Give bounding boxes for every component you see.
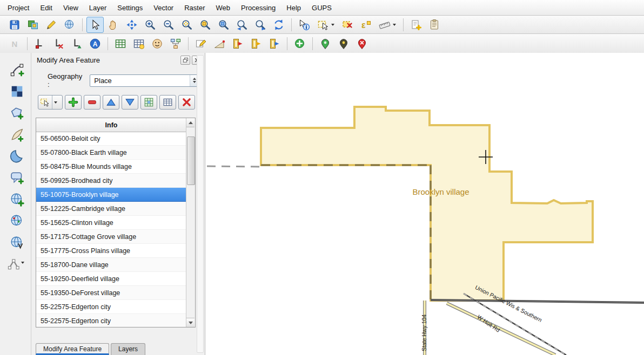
pb-close-button[interactable] [178,95,195,110]
scroll-up-button[interactable] [186,118,194,127]
identify-button[interactable] [296,17,313,33]
pb-up-button[interactable] [103,95,119,110]
deselect-icon [341,19,353,31]
list-item[interactable]: 55-07800-Black Earth village [36,146,186,160]
crescent-button[interactable] [4,145,27,165]
menu-project[interactable]: Project [2,1,35,15]
menu-help[interactable]: Help [281,1,306,15]
show-bookmarks-button[interactable] [426,17,443,33]
menu-web[interactable]: Web [211,1,236,15]
vertex-tool-icon [7,257,19,269]
relationship-tree-button[interactable] [167,36,184,52]
table-new-button[interactable] [112,36,129,52]
vertex-wedge-button[interactable] [211,36,228,52]
panel-scrollbar[interactable] [197,55,204,353]
list-item[interactable]: 55-18700-Dane village [36,258,186,272]
list-item[interactable]: 55-12225-Cambridge village [36,202,186,216]
zoom-full-button[interactable] [178,17,196,33]
annotation-move-button[interactable] [68,36,85,52]
polygon-add-button[interactable] [4,101,27,122]
new-bookmark-button[interactable] [407,17,425,33]
list-item[interactable]: 55-22575-Edgerton city [36,300,186,314]
deselect-button[interactable] [339,17,356,33]
menu-vector[interactable]: Vector [148,1,179,15]
globe-add-button[interactable] [4,188,27,208]
scroll-down-button[interactable] [186,318,194,327]
geography-select[interactable]: Place [90,74,199,87]
pb-select-button[interactable] [38,95,63,110]
cursor-arrow-button[interactable] [86,17,104,33]
zoom-out-button[interactable] [160,17,177,33]
zoom-last-button[interactable] [233,17,251,33]
gups-layers-button[interactable] [24,17,42,33]
menu-view[interactable]: View [58,1,84,15]
pb-down-button[interactable] [122,95,138,110]
save-button[interactable] [6,17,23,33]
modify-linear-button[interactable] [4,58,27,79]
callout-add-button[interactable] [4,166,27,187]
menu-gups[interactable]: GUPS [306,1,337,15]
map-canvas[interactable]: Brooklyn village State Hwy 104 W Holt Rd… [205,53,644,355]
vertex-tool-button[interactable] [4,252,28,273]
menu-raster[interactable]: Raster [179,1,210,15]
import-door-red-button[interactable] [229,36,246,52]
list-item-selected[interactable]: 55-10075-Brooklyn village [36,188,186,202]
tab-layers[interactable]: Layers [111,343,145,355]
tab-modify-area-feature[interactable]: Modify Area Feature [36,343,109,355]
scroll-thumb[interactable] [187,136,195,185]
review-face-button[interactable] [149,36,166,52]
checkerboard-button[interactable] [4,80,27,100]
pb-table-button[interactable] [159,95,176,110]
import-door-blue-button[interactable] [266,36,283,52]
feather-add-button[interactable] [4,123,27,144]
list-item[interactable]: 55-19250-Deerfield village [36,272,186,286]
marker-dark-button[interactable] [335,36,352,52]
list-item[interactable]: 55-06500-Beloit city [36,132,186,146]
pb-add-button[interactable] [65,95,82,110]
pb-grid-button[interactable] [140,95,157,110]
toolbar-navigation: ε [0,16,644,34]
web-globe-button[interactable] [61,17,78,33]
table-open-button[interactable] [130,36,147,52]
zoom-to-selection-button[interactable] [197,17,214,33]
import-door-yellow-button[interactable] [247,36,265,52]
select-features-button[interactable] [314,17,338,33]
annotation-dot-button[interactable] [31,36,49,52]
vertex-tool-dropdown-arrow-icon[interactable] [21,262,24,264]
zoom-to-layer-button[interactable] [215,17,232,33]
list-item[interactable]: 55-19350-DeForest village [36,286,186,300]
menu-processing[interactable]: Processing [236,1,281,15]
zoom-next-button[interactable] [252,17,269,33]
add-point-green-button[interactable] [291,36,308,52]
menu-layer[interactable]: Layer [84,1,112,15]
select-features-dropdown-arrow-icon[interactable] [331,24,334,26]
list-item[interactable]: 55-22575-Edgerton city [36,314,186,327]
measure-dropdown-arrow-icon[interactable] [393,24,396,26]
toggle-editing-button[interactable] [192,36,210,52]
panel-float-button[interactable] [180,56,190,65]
list-item[interactable]: 55-08475-Blue Mounds village [36,160,186,174]
annotation-remove-button[interactable] [50,36,67,52]
pb-remove-button[interactable] [84,95,100,110]
zoom-in-button[interactable] [142,17,159,33]
list-scrollbar[interactable] [186,118,195,327]
pan-hand-button[interactable] [105,17,122,33]
list-item[interactable]: 55-17775-Cross Plains village [36,244,186,258]
menu-edit[interactable]: Edit [35,1,57,15]
marker-green-button[interactable] [317,36,334,52]
measure-button[interactable] [375,17,399,33]
select-expression-button[interactable]: ε [357,17,374,33]
marker-red-button[interactable] [353,36,371,52]
zoom-out-icon [163,19,175,31]
globe-v-button[interactable] [4,231,27,251]
label-a-button[interactable]: A [86,36,104,52]
list-item[interactable]: 55-09925-Brodhead city [36,174,186,188]
refresh-button[interactable] [270,17,287,33]
globe-plain-button[interactable] [4,209,27,230]
list-item[interactable]: 55-17175-Cottage Grove village [36,230,186,244]
list-item[interactable]: 55-15625-Clinton village [36,216,186,230]
menu-settings[interactable]: Settings [112,1,148,15]
digitize-pen-button[interactable] [43,17,60,33]
pan-to-selection-button[interactable] [123,17,140,33]
pb-select-dropdown[interactable] [52,95,59,109]
